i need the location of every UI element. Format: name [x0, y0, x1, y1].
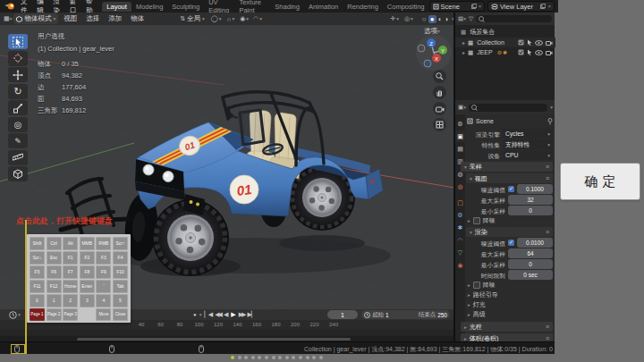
key-f8[interactable]: F8	[80, 265, 95, 279]
key-page1[interactable]: Page 1	[30, 308, 45, 321]
slide-dot[interactable]	[278, 356, 282, 359]
prev-keyframe-button[interactable]: ◀◀	[215, 311, 221, 318]
key-f10[interactable]: F10	[113, 265, 128, 279]
time-limit-value[interactable]: 0 sec	[508, 270, 553, 280]
r-min-samples-value[interactable]: 0	[508, 259, 553, 269]
key-f4[interactable]: F4	[113, 251, 128, 265]
gizmo-neg-z[interactable]	[424, 60, 431, 67]
key-f3[interactable]: F3	[96, 251, 111, 265]
r-denoise-collapsed[interactable]: ▸降噪	[468, 281, 496, 290]
eye-icon[interactable]	[535, 50, 543, 55]
device-select[interactable]: CPU▾	[503, 150, 553, 160]
scene-unlink-icon[interactable]: ×	[479, 4, 482, 9]
key-f9[interactable]: F9	[96, 265, 111, 279]
start-value[interactable]: 1	[386, 312, 389, 318]
key-close[interactable]: Close	[113, 308, 128, 321]
tab-tool-icon[interactable]: ⚙	[455, 118, 465, 130]
slide-dot[interactable]	[258, 356, 261, 359]
workspace-tab-modeling[interactable]: Modeling	[131, 2, 167, 12]
play-reverse-button[interactable]: ◀	[224, 311, 228, 318]
tool-transform[interactable]: ◎	[8, 117, 28, 132]
outliner-type-icon[interactable]: ▤▾	[458, 15, 466, 22]
viewlayer-selector[interactable]: View Layer ×	[487, 1, 555, 12]
next-keyframe-button[interactable]: ▶▶	[239, 311, 245, 318]
confirm-button[interactable]: 确定	[560, 163, 640, 200]
tab-object-icon[interactable]: ▢	[455, 197, 465, 208]
scene-new-icon[interactable]	[471, 3, 477, 11]
frame-range-group[interactable]: 起始 1 结束点 250	[361, 310, 450, 319]
proportional-edit-icon[interactable]: ◉▾	[240, 15, 249, 22]
gizmo-y[interactable]: Y	[441, 48, 445, 54]
tab-data-icon[interactable]: ▽	[455, 247, 465, 258]
play-button[interactable]: ▶	[231, 311, 235, 318]
vp-min-samples-value[interactable]: 0	[508, 206, 553, 215]
properties-search-input[interactable]	[469, 104, 547, 112]
vp-noise-checkbox[interactable]: ✓	[508, 186, 514, 192]
timeline-tracks[interactable]	[0, 330, 454, 336]
section-volumes[interactable]: ▸体积(卷积)≡	[461, 333, 553, 341]
slide-dot[interactable]	[238, 356, 242, 359]
workspace-tab-animation[interactable]: Animation	[304, 2, 343, 12]
key-scrup[interactable]: Scr↑	[113, 237, 128, 250]
tool-select-box[interactable]	[8, 34, 28, 49]
slide-dot[interactable]	[306, 356, 309, 359]
overlays-toggle-icon[interactable]: ◎▾	[404, 15, 413, 22]
viewlayer-new-icon[interactable]	[540, 3, 546, 11]
section-sampling[interactable]: ▾采样≡	[461, 162, 553, 172]
tool-rotate[interactable]: ↻	[8, 84, 28, 99]
blender-logo-icon[interactable]	[4, 2, 15, 11]
mode-selector[interactable]: 物体模式 ▾	[13, 13, 58, 24]
gizmo-neg-y[interactable]	[418, 45, 425, 52]
slide-dot-active[interactable]	[231, 356, 234, 359]
key-alt[interactable]: Alt	[63, 237, 78, 250]
key-1[interactable]: 1	[47, 294, 62, 307]
tab-material-icon[interactable]: ◉	[455, 259, 465, 271]
properties-type-icon[interactable]: ▣▾	[458, 104, 466, 111]
current-frame-field[interactable]: 1	[327, 310, 358, 319]
slide-dot[interactable]	[299, 356, 302, 359]
expand-icon[interactable]: ▸	[462, 49, 465, 55]
key-shift[interactable]: Shift	[30, 237, 45, 250]
panel-viewport-sampling[interactable]: ▾视图≡	[466, 173, 553, 183]
gizmo-x[interactable]: X	[435, 56, 438, 62]
slide-dot[interactable]	[319, 356, 323, 359]
selectable-icon[interactable]	[527, 39, 532, 46]
outliner-root-row[interactable]: ▦ 场景集合	[455, 27, 555, 37]
r-max-samples-value[interactable]: 64	[508, 248, 553, 258]
slide-dot[interactable]	[312, 356, 316, 359]
outliner-row-collection[interactable]: ▸ ▦ Collection	[455, 38, 555, 47]
outliner-row-jeep[interactable]: ▸ ▦ JEEP ⚙ ✱	[455, 47, 555, 57]
denoise-checkbox[interactable]	[473, 282, 480, 289]
key-f7[interactable]: F7	[63, 265, 78, 279]
section-light-paths[interactable]: ▸光程≡	[461, 322, 553, 332]
key-scrdn[interactable]: Scr↓	[30, 251, 45, 265]
camera-visibility-icon[interactable]	[546, 40, 553, 46]
slide-dot[interactable]	[265, 356, 268, 359]
key-quote[interactable]: '	[96, 280, 111, 293]
key-home[interactable]: Home	[63, 280, 78, 293]
jump-end-button[interactable]: ▶▏	[248, 311, 256, 318]
tool-add-cube[interactable]	[8, 166, 28, 181]
slide-dot[interactable]	[251, 356, 255, 359]
key-f2[interactable]: F2	[80, 251, 95, 265]
outliner-filter-icon[interactable]: ▽	[469, 15, 473, 22]
tab-world-icon[interactable]: ◍	[455, 181, 465, 192]
transform-orientation[interactable]: ⇅全局▾	[180, 14, 205, 23]
vp-noise-threshold-value[interactable]: 0.1000	[517, 184, 553, 194]
tab-modifiers-icon[interactable]: ⚙	[455, 209, 465, 221]
menu-object[interactable]: 物体	[127, 14, 148, 23]
key-enter[interactable]: Enter	[80, 280, 95, 293]
key-2[interactable]: 2	[63, 294, 78, 307]
workspace-tab-sculpting[interactable]: Sculpting	[167, 2, 204, 12]
key-tab[interactable]: Tab	[113, 280, 128, 293]
tool-annotate[interactable]: ✎	[8, 133, 28, 148]
eye-icon[interactable]	[535, 40, 543, 46]
camera-view-icon[interactable]	[433, 102, 446, 115]
editor-type-icon[interactable]: ▦▾	[4, 15, 12, 22]
menu-view[interactable]: 视图	[60, 14, 80, 23]
outliner-search-input[interactable]	[476, 15, 552, 22]
advanced-collapsed[interactable]: ▸高级	[468, 310, 486, 319]
key-page2[interactable]: Page 2	[47, 308, 62, 321]
key-page3[interactable]: Page 3	[63, 308, 78, 321]
feature-set-select[interactable]: 支持特性▾	[503, 139, 553, 149]
